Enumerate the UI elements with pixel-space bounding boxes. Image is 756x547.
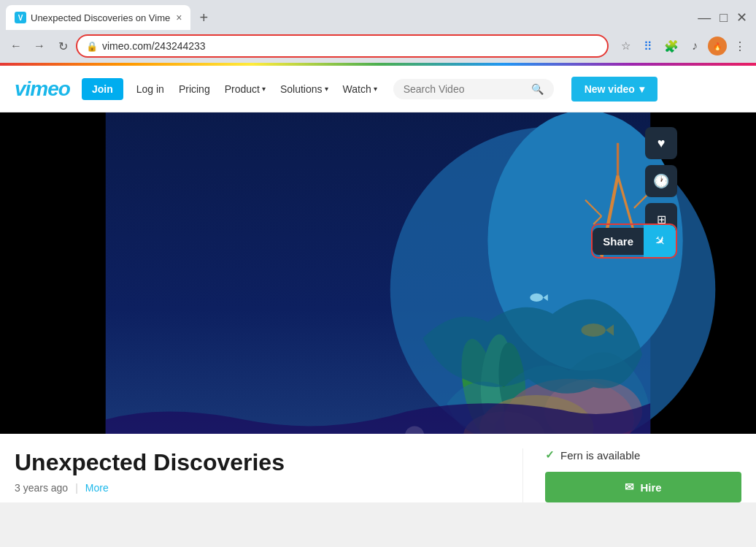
solutions-chevron-icon: ▾ bbox=[325, 85, 328, 93]
more-link[interactable]: More bbox=[85, 482, 109, 494]
browser-chrome: V Unexpected Discoveries on Vime × + — □… bbox=[0, 0, 756, 66]
tab-favicon: V bbox=[15, 12, 26, 23]
watch-later-button[interactable]: 🕐 bbox=[645, 165, 677, 197]
search-bar[interactable]: 🔍 bbox=[393, 79, 554, 99]
search-icon: 🔍 bbox=[531, 83, 544, 95]
back-button[interactable]: ← bbox=[6, 36, 26, 56]
video-age: 3 years ago bbox=[15, 482, 68, 494]
menu-icon[interactable]: ⋮ bbox=[730, 36, 750, 56]
pricing-link[interactable]: Pricing bbox=[171, 83, 217, 95]
apps-icon[interactable]: ⠿ bbox=[638, 36, 658, 56]
title-bar: V Unexpected Discoveries on Vime × + — □… bbox=[0, 0, 756, 31]
forward-button[interactable]: → bbox=[29, 36, 50, 56]
share-button[interactable]: ✈ bbox=[644, 225, 676, 257]
product-chevron-icon: ▾ bbox=[262, 85, 266, 93]
separator: | bbox=[75, 482, 78, 494]
svg-rect-1 bbox=[0, 112, 106, 434]
watch-chevron-icon: ▾ bbox=[374, 85, 377, 93]
tab-close-button[interactable]: × bbox=[176, 12, 182, 23]
send-icon: ✈ bbox=[650, 232, 669, 250]
page-content: vimeo Join Log in Pricing Product ▾ Solu… bbox=[0, 66, 756, 502]
profile-icon[interactable]: 🔥 bbox=[708, 37, 727, 56]
extension-area: ⠿ 🧩 ♪ 🔥 ⋮ bbox=[638, 36, 750, 56]
login-link[interactable]: Log in bbox=[129, 83, 171, 95]
star-icon[interactable]: ☆ bbox=[616, 37, 635, 56]
new-tab-button[interactable]: + bbox=[193, 7, 214, 28]
video-title: Unexpected Discoveries bbox=[15, 448, 493, 476]
fern-availability: ✓ Fern is available bbox=[545, 448, 741, 462]
side-actions: ♥ 🕐 ⊞ bbox=[645, 127, 677, 235]
maximize-button[interactable]: □ bbox=[720, 11, 728, 24]
vimeo-navbar: vimeo Join Log in Pricing Product ▾ Solu… bbox=[0, 66, 756, 112]
new-video-chevron-icon: ▾ bbox=[639, 83, 644, 95]
address-bar-row: ← → ↻ 🔒 vimeo.com/243244233 ☆ ⠿ 🧩 ♪ 🔥 ⋮ bbox=[0, 31, 756, 63]
minimize-button[interactable]: — bbox=[698, 11, 711, 24]
address-bar[interactable]: 🔒 vimeo.com/243244233 bbox=[76, 34, 609, 58]
heart-icon: ♥ bbox=[657, 136, 666, 151]
vimeo-logo: vimeo bbox=[15, 77, 70, 101]
browser-tab[interactable]: V Unexpected Discoveries on Vime × bbox=[6, 5, 190, 30]
lock-icon: 🔒 bbox=[86, 41, 98, 52]
clock-icon: 🕐 bbox=[653, 173, 669, 189]
like-button[interactable]: ♥ bbox=[645, 127, 677, 159]
creator-panel: ✓ Fern is available ✉ Hire bbox=[522, 448, 741, 502]
address-actions: ☆ bbox=[616, 37, 635, 56]
join-button[interactable]: Join bbox=[82, 78, 123, 100]
check-icon: ✓ bbox=[545, 448, 555, 462]
svg-point-21 bbox=[530, 294, 543, 302]
window-controls: — □ ✕ bbox=[698, 11, 750, 24]
new-video-button[interactable]: New video ▾ bbox=[571, 77, 657, 102]
video-info: Unexpected Discoveries 3 years ago | Mor… bbox=[15, 448, 522, 502]
video-illustration bbox=[0, 112, 756, 434]
media-icon[interactable]: ♪ bbox=[684, 36, 705, 56]
video-background: ♥ 🕐 ⊞ Share ✈ bbox=[0, 112, 756, 434]
watch-link[interactable]: Watch ▾ bbox=[336, 83, 385, 95]
product-link[interactable]: Product ▾ bbox=[217, 83, 273, 95]
tab-title: Unexpected Discoveries on Vime bbox=[31, 12, 170, 23]
video-container[interactable]: ♥ 🕐 ⊞ Share ✈ bbox=[0, 112, 756, 434]
below-video: Unexpected Discoveries 3 years ago | Mor… bbox=[0, 434, 756, 502]
share-container: Share ✈ bbox=[591, 223, 677, 259]
solutions-link[interactable]: Solutions ▾ bbox=[273, 83, 336, 95]
url-text: vimeo.com/243244233 bbox=[102, 40, 598, 52]
extensions-icon[interactable]: 🧩 bbox=[661, 36, 682, 56]
refresh-button[interactable]: ↻ bbox=[53, 36, 73, 56]
search-input[interactable] bbox=[404, 83, 527, 95]
share-label: Share bbox=[593, 228, 644, 255]
envelope-icon: ✉ bbox=[625, 481, 634, 494]
fern-status: Fern is available bbox=[560, 449, 640, 462]
close-button[interactable]: ✕ bbox=[736, 11, 747, 24]
hire-button[interactable]: ✉ Hire bbox=[545, 472, 741, 502]
video-meta: 3 years ago | More bbox=[15, 482, 493, 494]
